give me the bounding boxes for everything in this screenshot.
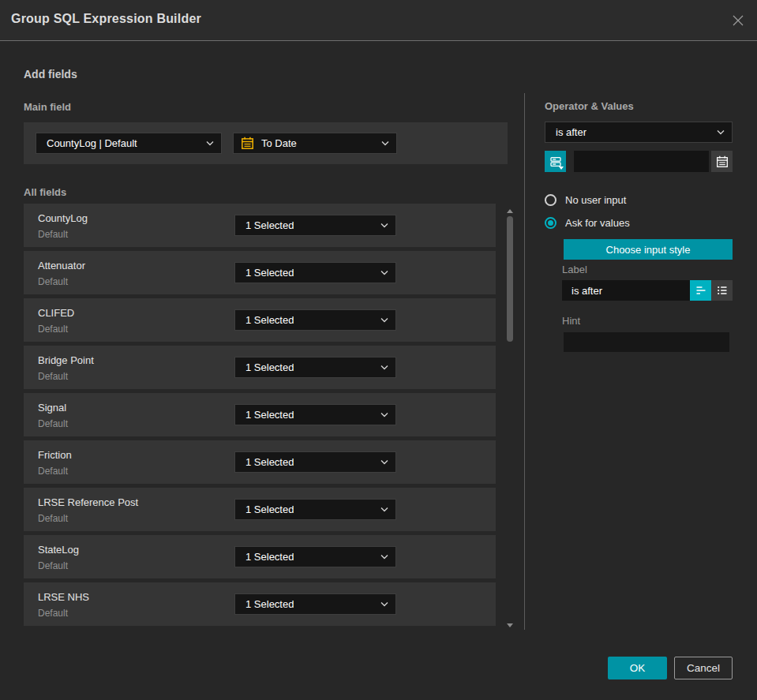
- single-input-style-button[interactable]: [690, 280, 711, 301]
- field-subtitle: Default: [38, 371, 68, 382]
- radio-label: No user input: [565, 194, 626, 206]
- calendar-icon: [716, 155, 729, 168]
- list-input-style-button[interactable]: [711, 280, 733, 301]
- field-values-select-value: 1 Selected: [235, 456, 294, 468]
- radio-no-user-input[interactable]: No user input: [545, 193, 626, 206]
- label-input[interactable]: [562, 280, 690, 301]
- scroll-down-arrow-icon[interactable]: [507, 623, 513, 627]
- field-row: CountyLogDefault1 Selected: [24, 204, 496, 247]
- list-scrollbar[interactable]: [504, 205, 516, 630]
- field-subtitle: Default: [38, 276, 68, 287]
- field-values-select-value: 1 Selected: [235, 551, 294, 563]
- field-values-select-value: 1 Selected: [235, 598, 294, 610]
- main-field-box: CountyLog | Default To Date: [24, 122, 508, 164]
- chevron-down-icon: [380, 223, 388, 228]
- field-name: StateLog: [38, 544, 79, 556]
- cancel-button[interactable]: Cancel: [674, 657, 733, 679]
- radio-label: Ask for values: [565, 217, 630, 229]
- field-values-select-value: 1 Selected: [235, 219, 294, 231]
- field-values-select[interactable]: 1 Selected: [234, 309, 396, 331]
- chevron-down-icon: [381, 140, 389, 146]
- field-values-select-value: 1 Selected: [235, 409, 294, 421]
- field-row: AttenuatorDefault1 Selected: [24, 251, 496, 294]
- label-caption: Label: [562, 264, 587, 275]
- field-name: LRSE Reference Post: [38, 496, 138, 508]
- field-values-select[interactable]: 1 Selected: [234, 499, 396, 520]
- dialog-header: Group SQL Expression Builder: [0, 0, 757, 41]
- field-name: Bridge Point: [38, 354, 94, 366]
- field-values-select[interactable]: 1 Selected: [234, 546, 396, 567]
- field-name: Signal: [38, 402, 66, 414]
- chevron-down-icon: [380, 459, 388, 465]
- field-subtitle: Default: [38, 324, 68, 335]
- field-values-select[interactable]: 1 Selected: [234, 215, 396, 236]
- panel-divider: [524, 93, 525, 630]
- field-name: Attenuator: [38, 260, 85, 271]
- field-row: StateLogDefault1 Selected: [24, 535, 496, 578]
- bullet-list-icon: [716, 284, 729, 297]
- align-left-icon: [695, 284, 707, 297]
- field-subtitle: Default: [38, 229, 68, 240]
- field-row: SignalDefault1 Selected: [24, 393, 496, 436]
- chevron-down-icon: [380, 554, 388, 560]
- radio-circle-checked-icon: [545, 217, 557, 229]
- date-field-select[interactable]: To Date: [233, 133, 397, 154]
- field-row: CLIFEDDefault1 Selected: [24, 298, 496, 342]
- field-values-select-value: 1 Selected: [235, 267, 294, 279]
- operator-select[interactable]: is after: [545, 122, 733, 143]
- chevron-down-icon: [380, 270, 388, 275]
- date-field-select-value: To Date: [254, 137, 297, 149]
- close-button[interactable]: [727, 9, 749, 32]
- field-row: LRSE Reference PostDefault1 Selected: [24, 488, 496, 531]
- value-source-button[interactable]: [545, 151, 566, 172]
- main-field-select[interactable]: CountyLog | Default: [36, 133, 222, 154]
- operator-select-value: is after: [545, 126, 586, 138]
- field-subtitle: Default: [38, 560, 68, 571]
- field-subtitle: Default: [38, 418, 68, 429]
- field-name: LRSE NHS: [38, 591, 89, 603]
- field-values-select[interactable]: 1 Selected: [234, 357, 396, 378]
- radio-ask-for-values[interactable]: Ask for values: [545, 216, 630, 229]
- field-row: Bridge PointDefault1 Selected: [24, 346, 496, 389]
- operator-values-heading: Operator & Values: [545, 100, 634, 112]
- field-values-select-value: 1 Selected: [235, 314, 294, 326]
- chevron-down-icon: [206, 140, 214, 146]
- hint-input[interactable]: [564, 332, 729, 352]
- scrollbar-thumb[interactable]: [507, 216, 513, 342]
- main-field-label: Main field: [24, 101, 71, 113]
- ok-button[interactable]: OK: [608, 657, 667, 679]
- field-values-select-value: 1 Selected: [235, 361, 294, 373]
- field-row: LRSE NHSDefault1 Selected: [24, 582, 496, 626]
- field-values-select[interactable]: 1 Selected: [234, 404, 396, 425]
- chevron-down-icon: [380, 317, 388, 323]
- add-fields-heading: Add fields: [24, 68, 77, 80]
- group-sql-expression-builder-dialog: Group SQL Expression Builder Add fields …: [0, 0, 757, 700]
- calendar-icon: [241, 137, 254, 150]
- field-values-select[interactable]: 1 Selected: [234, 451, 396, 473]
- field-subtitle: Default: [38, 608, 68, 619]
- choose-input-style-button[interactable]: Choose input style: [564, 239, 733, 260]
- date-picker-button[interactable]: [711, 151, 733, 172]
- main-field-select-value: CountyLog | Default: [36, 137, 137, 149]
- all-fields-label: All fields: [24, 186, 66, 198]
- close-icon: [730, 13, 746, 28]
- field-subtitle: Default: [38, 466, 68, 477]
- scroll-up-arrow-icon[interactable]: [507, 209, 513, 213]
- radio-circle-icon: [545, 194, 557, 206]
- value-input[interactable]: [574, 151, 709, 172]
- chevron-down-icon: [380, 365, 388, 370]
- chevron-down-icon: [380, 601, 388, 607]
- field-subtitle: Default: [38, 513, 68, 524]
- dropdown-triangle-icon: [559, 167, 564, 170]
- all-fields-list: CountyLogDefault1 SelectedAttenuatorDefa…: [24, 204, 496, 626]
- hint-caption: Hint: [562, 315, 580, 327]
- field-row: FrictionDefault1 Selected: [24, 440, 496, 484]
- field-values-select-value: 1 Selected: [235, 503, 294, 515]
- dialog-title: Group SQL Expression Builder: [11, 12, 201, 26]
- chevron-down-icon: [380, 412, 388, 417]
- chevron-down-icon: [717, 129, 725, 135]
- field-values-select[interactable]: 1 Selected: [234, 593, 396, 615]
- field-name: CountyLog: [38, 212, 88, 224]
- field-name: Friction: [38, 449, 72, 461]
- field-values-select[interactable]: 1 Selected: [234, 262, 396, 283]
